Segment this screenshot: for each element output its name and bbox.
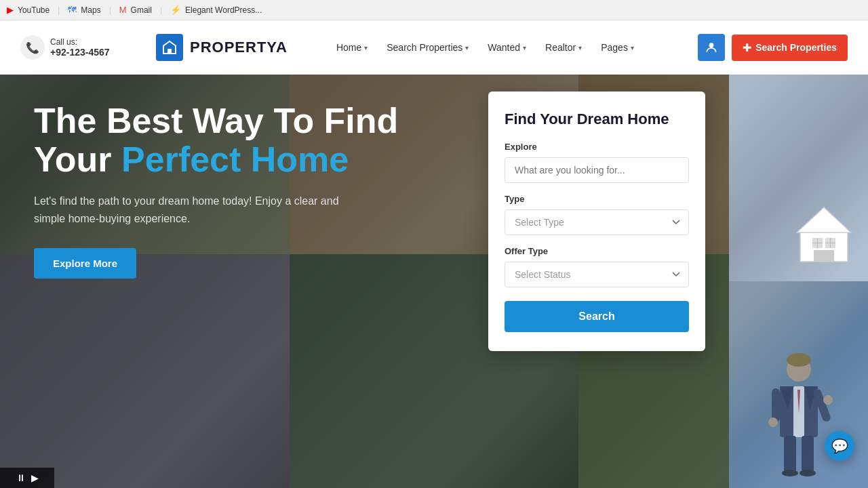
browser-bar: ▶ YouTube | 🗺 Maps | M Gmail | ⚡ Elegant… (0, 0, 868, 20)
logo-text: PROPERTYA (190, 39, 288, 56)
nav-home[interactable]: Home ▾ (328, 37, 376, 58)
explore-field-group: Explore (505, 142, 689, 183)
nav-pages[interactable]: Pages ▾ (593, 37, 642, 58)
hero-content: The Best Way To Find Your Perfect Home L… (34, 102, 398, 279)
gmail-tab-label: Gmail (131, 5, 152, 15)
panel-title: Find Your Dream Home (505, 110, 689, 128)
svg-point-23 (800, 470, 816, 476)
phone-info: Call us: +92-123-4567 (50, 37, 110, 58)
right-photos-strip: 🤝 (729, 75, 868, 488)
nav-realtor-caret: ▾ (578, 44, 582, 52)
search-properties-button[interactable]: ✚ Search Properties (732, 35, 848, 61)
hero-title: The Best Way To Find Your Perfect Home (34, 102, 398, 179)
wp-tab-label: Elegant WordPress... (185, 5, 262, 15)
svg-rect-24 (167, 49, 172, 54)
chat-widget[interactable]: 💬 (825, 431, 854, 461)
explore-more-button[interactable]: Explore More (34, 248, 136, 279)
nav-pages-caret: ▾ (631, 44, 634, 52)
house-model (793, 204, 854, 268)
logo-icon (156, 34, 183, 61)
maps-tab-label: Maps (81, 5, 100, 15)
search-panel: Find Your Dream Home Explore Type Select… (488, 92, 705, 351)
svg-point-25 (709, 43, 714, 47)
nav-wanted[interactable]: Wanted ▾ (479, 37, 534, 58)
type-select[interactable]: Select Type House Apartment Villa Studio (505, 209, 689, 235)
hero-highlight: Perfect Home (121, 140, 349, 179)
svg-rect-17 (772, 388, 780, 422)
right-photo-top: 🤝 (729, 75, 868, 281)
nav-right-actions: ✚ Search Properties (698, 34, 848, 61)
phone-icon: 📞 (20, 35, 45, 60)
bottom-bar: ⏸ ▶ (0, 468, 54, 488)
maps-icon: 🗺 (68, 5, 77, 15)
call-us-label: Call us: (50, 37, 110, 47)
offer-type-label: Offer Type (505, 246, 689, 256)
offer-type-select[interactable]: Select Status For Sale For Rent For Leas… (505, 262, 689, 287)
logo-area[interactable]: PROPERTYA (156, 34, 288, 61)
nav-links: Home ▾ Search Properties ▾ Wanted ▾ Real… (328, 37, 684, 58)
nav-search-props[interactable]: Search Properties ▾ (378, 37, 477, 58)
svg-rect-4 (814, 250, 834, 262)
youtube-icon: ▶ (7, 5, 14, 15)
browser-tab-wp[interactable]: ⚡ Elegant WordPress... (170, 5, 262, 15)
explore-label: Explore (505, 142, 689, 152)
nav-realtor[interactable]: Realtor ▾ (537, 37, 590, 58)
svg-point-10 (787, 353, 811, 367)
gmail-icon: M (119, 5, 127, 15)
browser-tab-youtube[interactable]: ▶ YouTube (7, 5, 50, 15)
svg-point-19 (768, 418, 778, 427)
search-button[interactable]: Search (505, 301, 689, 332)
browser-tab-maps[interactable]: 🗺 Maps (68, 5, 100, 15)
svg-marker-1 (797, 207, 851, 232)
svg-rect-20 (784, 436, 796, 473)
browser-tab-gmail[interactable]: M Gmail (119, 5, 152, 15)
chat-icon: 💬 (831, 438, 848, 454)
svg-point-18 (823, 395, 833, 405)
offer-type-field-group: Offer Type Select Status For Sale For Re… (505, 246, 689, 287)
hero-subtitle: Let's find the path to your dream home t… (34, 192, 359, 227)
type-field-group: Type Select Type House Apartment Villa S… (505, 194, 689, 235)
type-label: Type (505, 194, 689, 204)
explore-input[interactable] (505, 157, 689, 183)
pause-icon[interactable]: ⏸ (16, 472, 26, 483)
nav-wanted-caret: ▾ (523, 44, 526, 52)
svg-rect-21 (802, 436, 814, 473)
youtube-tab-label: YouTube (18, 5, 50, 15)
wordpress-icon: ⚡ (170, 5, 181, 15)
phone-number: +92-123-4567 (50, 47, 110, 58)
user-icon-button[interactable] (698, 34, 725, 61)
next-icon[interactable]: ▶ (31, 472, 39, 483)
plus-icon: ✚ (743, 41, 751, 54)
nav-home-caret: ▾ (364, 44, 368, 52)
navbar: 📞 Call us: +92-123-4567 PROPERTYA Home ▾… (0, 20, 868, 75)
svg-point-22 (782, 470, 798, 476)
nav-search-caret: ▾ (465, 44, 469, 52)
phone-area: 📞 Call us: +92-123-4567 (20, 35, 129, 60)
hero-section: 🤝 (0, 20, 868, 488)
